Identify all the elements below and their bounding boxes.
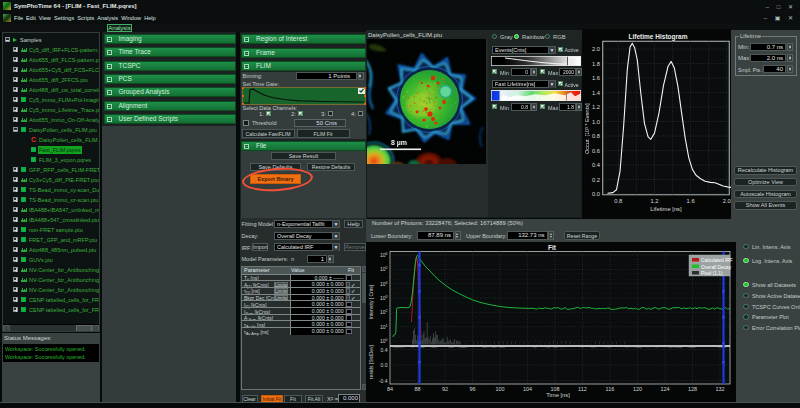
svg-text:120: 120 bbox=[633, 386, 642, 392]
svg-text:Calculated IRF: Calculated IRF bbox=[701, 258, 733, 263]
svg-text:96: 96 bbox=[469, 386, 475, 392]
svg-text:0.0: 0.0 bbox=[592, 191, 600, 197]
svg-text:0.4: 0.4 bbox=[381, 347, 388, 353]
svg-text:104: 104 bbox=[523, 386, 532, 392]
svg-text:Pixel (1,1): Pixel (1,1) bbox=[701, 271, 723, 276]
svg-text:108: 108 bbox=[550, 386, 559, 392]
svg-text:1.4: 1.4 bbox=[592, 90, 601, 96]
svg-text:84: 84 bbox=[387, 386, 393, 392]
svg-text:132: 132 bbox=[715, 386, 724, 392]
svg-text:Lifetime [ns]: Lifetime [ns] bbox=[650, 206, 682, 212]
svg-text:1.0: 1.0 bbox=[592, 119, 600, 125]
svg-text:116: 116 bbox=[606, 386, 615, 392]
svg-text:0.4: 0.4 bbox=[592, 162, 601, 168]
svg-text:1.8: 1.8 bbox=[592, 61, 600, 67]
svg-text:124: 124 bbox=[660, 386, 669, 392]
svg-text:-0.4: -0.4 bbox=[379, 378, 388, 384]
svg-text:Lifetime Histogram: Lifetime Histogram bbox=[629, 33, 688, 41]
svg-text:2.0: 2.0 bbox=[592, 46, 600, 52]
svg-text:1.6: 1.6 bbox=[592, 75, 600, 81]
svg-text:128: 128 bbox=[688, 386, 697, 392]
svg-text:0.6: 0.6 bbox=[592, 148, 600, 154]
svg-text:1.2: 1.2 bbox=[592, 104, 600, 110]
svg-text:1.2: 1.2 bbox=[650, 198, 658, 204]
svg-text:112: 112 bbox=[578, 386, 587, 392]
svg-text:2.0: 2.0 bbox=[723, 198, 731, 204]
svg-text:1.6: 1.6 bbox=[687, 198, 695, 204]
svg-text:0.2: 0.2 bbox=[592, 177, 600, 183]
svg-text:8 µm: 8 µm bbox=[391, 139, 407, 147]
svg-text:Overall Decay: Overall Decay bbox=[701, 265, 732, 270]
svg-text:0.8: 0.8 bbox=[592, 133, 600, 139]
svg-text:Intensity [ Cnts]: Intensity [ Cnts] bbox=[368, 284, 374, 319]
svg-text:92: 92 bbox=[442, 386, 448, 392]
svg-text:resids [StdDev]: resids [StdDev] bbox=[368, 344, 374, 379]
svg-text:Occur. [10³ * Events]: Occur. [10³ * Events] bbox=[584, 103, 590, 154]
svg-text:88: 88 bbox=[414, 386, 420, 392]
svg-text:0.8: 0.8 bbox=[614, 198, 622, 204]
svg-text:0.0: 0.0 bbox=[381, 362, 388, 368]
svg-text:Fit: Fit bbox=[548, 244, 557, 251]
svg-text:Time [ns]: Time [ns] bbox=[546, 392, 570, 398]
svg-text:100: 100 bbox=[495, 386, 504, 392]
